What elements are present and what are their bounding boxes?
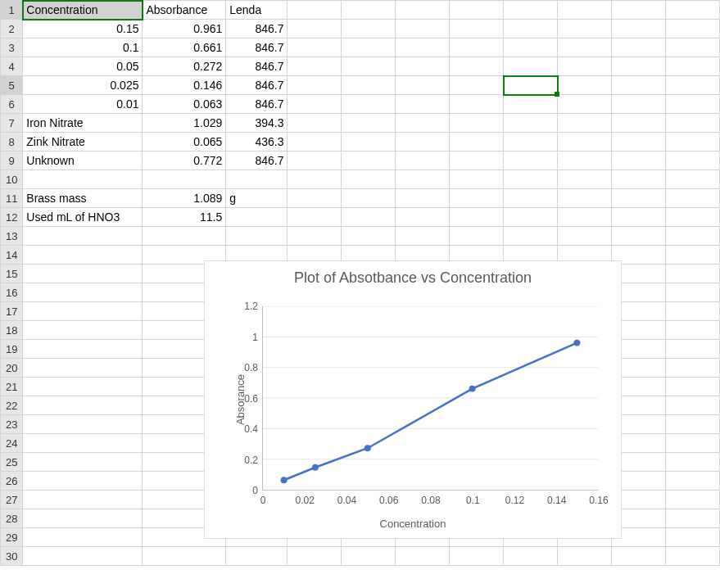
- row-header[interactable]: 25: [1, 453, 23, 472]
- row-header[interactable]: 2: [1, 20, 23, 38]
- cell[interactable]: [23, 472, 143, 491]
- cell[interactable]: [396, 114, 450, 133]
- cell[interactable]: [226, 170, 288, 189]
- row-header[interactable]: 27: [1, 491, 23, 509]
- cell[interactable]: [396, 38, 450, 57]
- cell[interactable]: [23, 453, 143, 472]
- cell[interactable]: 0.025: [23, 76, 143, 95]
- cell[interactable]: [23, 491, 143, 509]
- cell[interactable]: [450, 38, 504, 57]
- cell[interactable]: [342, 95, 396, 114]
- cell[interactable]: 846.7: [226, 38, 288, 57]
- cell[interactable]: [288, 227, 342, 246]
- cell[interactable]: [450, 152, 504, 170]
- cell[interactable]: Absorbance: [143, 1, 226, 20]
- cell[interactable]: [396, 1, 450, 20]
- cell[interactable]: 0.063: [143, 95, 226, 114]
- cell[interactable]: [558, 1, 612, 20]
- cell[interactable]: [666, 38, 720, 57]
- row-header[interactable]: 8: [1, 133, 23, 152]
- cell[interactable]: [23, 321, 143, 340]
- cell[interactable]: [450, 208, 504, 227]
- cell[interactable]: [450, 20, 504, 38]
- cell[interactable]: [450, 227, 504, 246]
- cell[interactable]: 0.065: [143, 133, 226, 152]
- cell[interactable]: [450, 95, 504, 114]
- cell[interactable]: [612, 152, 666, 170]
- cell[interactable]: [450, 114, 504, 133]
- cell[interactable]: [342, 152, 396, 170]
- cell[interactable]: [23, 265, 143, 283]
- cell[interactable]: [23, 415, 143, 434]
- cell[interactable]: [558, 170, 612, 189]
- row-header[interactable]: 22: [1, 396, 23, 415]
- cell[interactable]: [666, 434, 720, 453]
- cell[interactable]: [396, 20, 450, 38]
- cell[interactable]: [666, 170, 720, 189]
- row-header[interactable]: 26: [1, 472, 23, 491]
- row-header[interactable]: 5: [1, 76, 23, 95]
- cell[interactable]: 846.7: [226, 20, 288, 38]
- cell[interactable]: 846.7: [226, 76, 288, 95]
- cell[interactable]: [23, 340, 143, 359]
- cell[interactable]: [666, 133, 720, 152]
- cell[interactable]: 0.15: [23, 20, 143, 38]
- cell[interactable]: [450, 547, 504, 566]
- cell[interactable]: [666, 472, 720, 491]
- cell[interactable]: [23, 396, 143, 415]
- cell[interactable]: g: [226, 189, 288, 208]
- cell[interactable]: [558, 189, 612, 208]
- row-header[interactable]: 23: [1, 415, 23, 434]
- cell[interactable]: [143, 547, 226, 566]
- cell[interactable]: [504, 133, 558, 152]
- row-header[interactable]: 21: [1, 378, 23, 396]
- row-header[interactable]: 4: [1, 57, 23, 76]
- cell[interactable]: [288, 114, 342, 133]
- cell[interactable]: [558, 133, 612, 152]
- row-header[interactable]: 30: [1, 547, 23, 566]
- cell[interactable]: [396, 76, 450, 95]
- cell[interactable]: [666, 208, 720, 227]
- cell[interactable]: [666, 20, 720, 38]
- cell[interactable]: [288, 152, 342, 170]
- row-header[interactable]: 20: [1, 359, 23, 378]
- row-header[interactable]: 12: [1, 208, 23, 227]
- row-header[interactable]: 18: [1, 321, 23, 340]
- cell[interactable]: [342, 547, 396, 566]
- cell[interactable]: [504, 20, 558, 38]
- cell[interactable]: [612, 208, 666, 227]
- row-header[interactable]: 7: [1, 114, 23, 133]
- cell[interactable]: [342, 57, 396, 76]
- cell[interactable]: [612, 57, 666, 76]
- cell[interactable]: [504, 170, 558, 189]
- cell[interactable]: [558, 208, 612, 227]
- row-header[interactable]: 13: [1, 227, 23, 246]
- cell[interactable]: [288, 547, 342, 566]
- cell[interactable]: [612, 547, 666, 566]
- cell[interactable]: [23, 547, 143, 566]
- cell[interactable]: Iron Nitrate: [23, 114, 143, 133]
- cell[interactable]: [558, 95, 612, 114]
- cell[interactable]: [342, 170, 396, 189]
- cell[interactable]: [342, 227, 396, 246]
- cell[interactable]: [288, 208, 342, 227]
- cell[interactable]: [612, 189, 666, 208]
- cell[interactable]: [288, 133, 342, 152]
- cell[interactable]: 0.961: [143, 20, 226, 38]
- cell[interactable]: [226, 547, 288, 566]
- cell[interactable]: [612, 20, 666, 38]
- cell[interactable]: [666, 321, 720, 340]
- cell[interactable]: 0.146: [143, 76, 226, 95]
- cell[interactable]: [666, 491, 720, 509]
- row-header[interactable]: 10: [1, 170, 23, 189]
- cell[interactable]: [23, 302, 143, 321]
- cell[interactable]: [666, 76, 720, 95]
- cell[interactable]: 0.05: [23, 57, 143, 76]
- cell[interactable]: [666, 378, 720, 396]
- cell[interactable]: Unknown: [23, 152, 143, 170]
- cell[interactable]: [666, 114, 720, 133]
- cell[interactable]: [612, 133, 666, 152]
- cell[interactable]: [288, 57, 342, 76]
- cell[interactable]: [342, 208, 396, 227]
- cell[interactable]: [342, 114, 396, 133]
